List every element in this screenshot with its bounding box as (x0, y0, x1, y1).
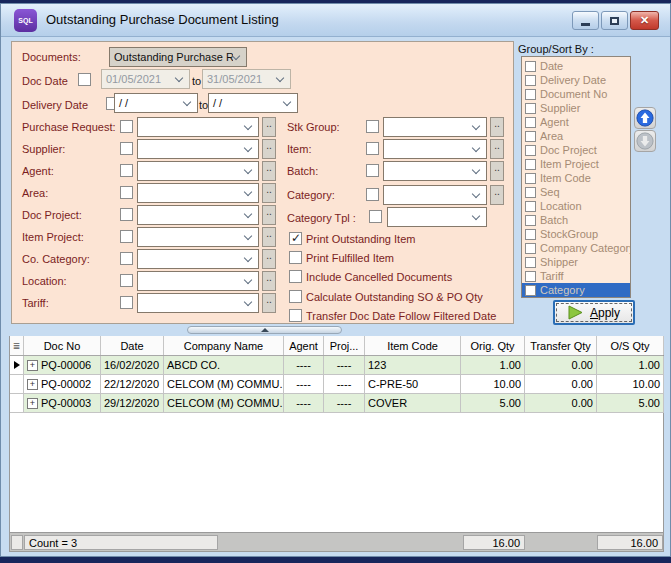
group-sort-item[interactable]: Item Project (522, 157, 630, 171)
group-sort-checkbox[interactable] (525, 257, 536, 268)
filter-select[interactable] (137, 183, 259, 203)
expand-icon[interactable]: + (27, 379, 38, 390)
lookup-button[interactable]: .. (262, 293, 276, 313)
lookup-button[interactable]: .. (490, 117, 504, 137)
close-button[interactable]: ✕ (630, 11, 659, 30)
category-tpl-checkbox[interactable] (369, 210, 382, 223)
group-sort-item[interactable]: Document No (522, 87, 630, 101)
lookup-button[interactable]: .. (262, 249, 276, 269)
title-bar[interactable]: SQL Outstanding Purchase Document Listin… (1, 4, 670, 37)
doc-date-checkbox[interactable] (78, 73, 91, 86)
filter-select[interactable] (383, 117, 487, 137)
filter-select[interactable] (137, 293, 259, 313)
column-header-agent[interactable]: Agent (284, 336, 324, 355)
lookup-button[interactable]: .. (490, 161, 504, 181)
group-sort-item[interactable]: Shipper (522, 255, 630, 269)
group-sort-item[interactable]: Delivery Date (522, 73, 630, 87)
column-header-item_code[interactable]: Item Code (365, 336, 461, 355)
filter-select[interactable] (137, 205, 259, 225)
option-checkbox[interactable] (289, 251, 302, 264)
lookup-button[interactable]: .. (262, 271, 276, 291)
group-sort-checkbox[interactable] (525, 201, 536, 212)
group-sort-checkbox[interactable] (525, 271, 536, 282)
group-sort-checkbox[interactable] (525, 159, 536, 170)
group-sort-checkbox[interactable] (525, 61, 536, 72)
group-sort-item[interactable]: Company Category (522, 241, 630, 255)
filter-select[interactable] (137, 117, 259, 137)
group-sort-checkbox[interactable] (525, 229, 536, 240)
category-tpl-select[interactable] (387, 207, 487, 227)
column-header-os_qty[interactable]: O/S Qty (597, 336, 664, 355)
filter-checkbox[interactable] (120, 164, 133, 177)
option-checkbox[interactable] (289, 232, 302, 245)
option-checkbox[interactable] (289, 270, 302, 283)
restore-button[interactable] (601, 11, 628, 30)
minimize-button[interactable] (572, 11, 599, 30)
group-sort-item[interactable]: Area (522, 129, 630, 143)
group-sort-checkbox[interactable] (525, 285, 536, 296)
filter-checkbox[interactable] (366, 164, 379, 177)
move-up-button[interactable] (634, 107, 656, 129)
group-sort-item[interactable]: Date (522, 59, 630, 73)
filter-checkbox[interactable] (366, 120, 379, 133)
group-sort-checkbox[interactable] (525, 117, 536, 128)
group-sort-item[interactable]: Item Code (522, 171, 630, 185)
lookup-button[interactable]: .. (490, 185, 504, 205)
group-sort-checkbox[interactable] (525, 103, 536, 114)
table-row[interactable]: +PQ-0000329/12/2020CELCOM (M) COMMU...--… (10, 394, 663, 413)
lookup-button[interactable]: .. (490, 139, 504, 159)
group-sort-item[interactable]: Doc Project (522, 143, 630, 157)
filter-checkbox[interactable] (120, 274, 133, 287)
lookup-button[interactable]: .. (262, 205, 276, 225)
group-sort-item[interactable]: Seq (522, 185, 630, 199)
table-row[interactable]: +PQ-0000616/02/2020ABCD CO.--------1231.… (10, 356, 663, 375)
group-sort-item[interactable]: Tariff (522, 269, 630, 283)
group-sort-item[interactable]: Batch (522, 213, 630, 227)
lookup-button[interactable]: .. (262, 227, 276, 247)
doc-date-to-field[interactable]: 31/05/2021 (202, 69, 291, 89)
filter-checkbox[interactable] (120, 252, 133, 265)
group-sort-checkbox[interactable] (525, 173, 536, 184)
filter-checkbox[interactable] (366, 188, 379, 201)
lookup-button[interactable]: .. (262, 161, 276, 181)
filter-select[interactable] (137, 139, 259, 159)
group-sort-checkbox[interactable] (525, 187, 536, 198)
group-sort-checkbox[interactable] (525, 89, 536, 100)
filter-select[interactable] (383, 185, 487, 205)
filter-checkbox[interactable] (120, 296, 133, 309)
option-checkbox[interactable] (289, 290, 302, 303)
group-sort-checkbox[interactable] (525, 75, 536, 86)
column-header-proj[interactable]: Proj... (324, 336, 365, 355)
table-row[interactable]: +PQ-0000222/12/2020CELCOM (M) COMMU...--… (10, 375, 663, 394)
filter-checkbox[interactable] (120, 120, 133, 133)
delivery-date-to-field[interactable]: / / (208, 93, 298, 113)
filter-select[interactable] (137, 249, 259, 269)
group-sort-item[interactable]: Location (522, 199, 630, 213)
group-sort-checkbox[interactable] (525, 145, 536, 156)
expand-icon[interactable]: + (27, 360, 38, 371)
filter-select[interactable] (383, 161, 487, 181)
column-header-company[interactable]: Company Name (164, 336, 284, 355)
lookup-button[interactable]: .. (262, 139, 276, 159)
group-sort-item[interactable]: StockGroup (522, 227, 630, 241)
filter-checkbox[interactable] (120, 230, 133, 243)
column-header-orig_qty[interactable]: Orig. Qty (461, 336, 525, 355)
filter-checkbox[interactable] (366, 142, 379, 155)
filter-select[interactable] (137, 227, 259, 247)
group-sort-checkbox[interactable] (525, 243, 536, 254)
group-sort-checkbox[interactable] (525, 131, 536, 142)
filter-select[interactable] (383, 139, 487, 159)
column-header-doc_no[interactable]: Doc No (24, 336, 101, 355)
filter-select[interactable] (137, 161, 259, 181)
filter-select[interactable] (137, 271, 259, 291)
filter-checkbox[interactable] (120, 142, 133, 155)
filter-checkbox[interactable] (120, 208, 133, 221)
move-down-button[interactable] (634, 130, 656, 152)
filter-checkbox[interactable] (120, 186, 133, 199)
lookup-button[interactable]: .. (262, 117, 276, 137)
group-sort-checkbox[interactable] (525, 215, 536, 226)
lookup-button[interactable]: .. (262, 183, 276, 203)
group-sort-item[interactable]: Supplier (522, 101, 630, 115)
apply-button[interactable]: Apply (553, 300, 635, 325)
column-header-transfer_qty[interactable]: Transfer Qty (525, 336, 597, 355)
